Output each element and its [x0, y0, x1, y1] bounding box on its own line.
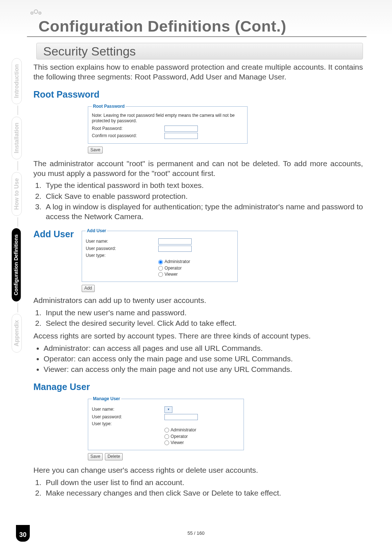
root-password-panel: Root Password Note: Leaving the root pas… — [88, 104, 248, 154]
add-user-add-button[interactable]: Add — [82, 285, 94, 292]
root-password-input[interactable] — [164, 126, 198, 132]
root-password-heading: Root Password — [33, 89, 363, 100]
add-user-radio-operator[interactable] — [158, 266, 163, 271]
bullet: Administrator: can access all pages and … — [44, 343, 363, 353]
manage-user-legend: Manage User — [92, 396, 121, 402]
step: Select the desired security level. Click… — [44, 318, 363, 328]
tab-introduction[interactable]: Introduction — [12, 58, 22, 104]
header-ornament — [30, 11, 41, 15]
add-user-radio-viewer[interactable] — [158, 272, 163, 277]
manage-user-radio-admin[interactable] — [164, 428, 169, 432]
root-password-legend: Root Password — [92, 104, 126, 109]
tab-how-to-use[interactable]: How to Use — [12, 172, 22, 216]
bullet: Viewer: can access only the main page an… — [44, 364, 363, 374]
step: Pull down the user list to find an accou… — [44, 477, 363, 487]
add-user-password-label: User password: — [86, 246, 158, 251]
root-password-label: Root Password: — [92, 126, 164, 131]
root-password-steps: Type the identical password in both text… — [44, 180, 363, 221]
root-password-desc: The administrator account "root" is perm… — [33, 159, 363, 178]
manage-user-delete-button[interactable]: Delete — [105, 453, 123, 460]
manage-user-save-button[interactable]: Save — [88, 453, 103, 460]
add-user-steps: Input the new user's name and password. … — [44, 308, 363, 328]
add-user-name-input[interactable] — [158, 238, 192, 245]
manage-user-name-label: User name: — [92, 407, 164, 412]
step: Input the new user's name and password. — [44, 308, 363, 317]
side-tabs: Introduction Installation How to Use Con… — [12, 58, 24, 364]
manage-user-name-select[interactable]: ▾ — [164, 406, 172, 413]
manage-user-desc: Here you can change user's access rights… — [33, 465, 363, 475]
manage-user-radio-operator[interactable] — [164, 434, 169, 439]
footer-page-count: 55 / 160 — [0, 530, 392, 536]
add-user-password-input[interactable] — [158, 246, 192, 252]
confirm-root-password-input[interactable] — [164, 133, 198, 139]
page-number-badge: 30 — [16, 525, 30, 542]
manage-user-password-label: User password: — [92, 414, 164, 420]
add-user-type-label: User type: — [86, 253, 158, 258]
confirm-root-password-label: Confirm root password: — [92, 133, 164, 139]
step: Click Save to enable password protection… — [44, 191, 363, 201]
manage-user-radio-viewer[interactable] — [164, 440, 169, 445]
add-user-heading: Add User — [33, 228, 74, 240]
root-password-note: Note: Leaving the root password field em… — [92, 113, 244, 124]
add-user-desc: Administrators can add up to twenty user… — [33, 296, 363, 305]
tab-configuration-definitions[interactable]: Configuration Definitions — [12, 228, 21, 301]
page-title: Configuration Definitions (Cont.) — [38, 17, 286, 35]
manage-user-panel: Manage User User name: ▾ User password: … — [88, 396, 244, 461]
step: Type the identical password in both text… — [44, 180, 363, 190]
manage-user-heading: Manage User — [33, 381, 363, 393]
step: A log in window is displayed for authent… — [44, 202, 363, 222]
add-user-radio-admin[interactable] — [158, 260, 163, 264]
intro-text: This section explains how to enable pass… — [33, 62, 363, 82]
manage-user-type-label: User type: — [92, 421, 164, 427]
title-underline — [27, 36, 367, 37]
root-password-save-button[interactable]: Save — [88, 147, 103, 153]
manage-user-steps: Pull down the user list to find an accou… — [44, 477, 363, 498]
rights-bullets: Administrator: can access all pages and … — [44, 343, 363, 374]
tab-installation[interactable]: Installation — [12, 116, 22, 159]
add-user-panel: Add User User name: User password: User … — [82, 228, 238, 292]
add-user-name-label: User name: — [86, 239, 158, 244]
bullet: Operator: can access only the main page … — [44, 354, 363, 364]
tab-appendix[interactable]: Appendix — [12, 314, 22, 353]
manage-user-password-input[interactable] — [164, 414, 198, 420]
add-user-legend: Add User — [86, 228, 107, 234]
step: Make necessary changes and then click Sa… — [44, 488, 363, 498]
section-heading: Security Settings — [36, 43, 363, 59]
rights-intro: Access rights are sorted by account type… — [33, 331, 363, 341]
